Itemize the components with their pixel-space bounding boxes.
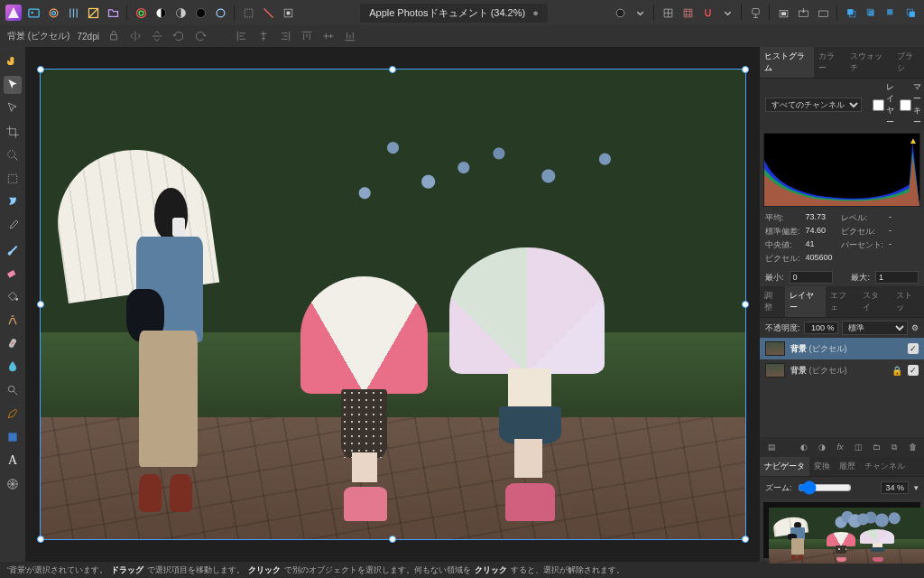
- pen-tool-icon[interactable]: [4, 405, 22, 423]
- refine-icon[interactable]: [280, 5, 296, 21]
- align-bottom-icon[interactable]: [343, 29, 357, 43]
- tab-histogram[interactable]: ヒストグラム: [760, 47, 814, 78]
- color-wheel-icon[interactable]: [192, 5, 208, 21]
- histogram-channel-select[interactable]: すべてのチャンネル: [765, 98, 862, 112]
- shape-tool-icon[interactable]: [4, 428, 22, 446]
- arrange-backward-icon[interactable]: [882, 5, 899, 21]
- clone-tool-icon[interactable]: [4, 311, 22, 329]
- view-tool-icon[interactable]: [4, 99, 22, 117]
- rotate-cw-icon[interactable]: [193, 29, 208, 43]
- hist-min-input[interactable]: [790, 271, 833, 284]
- assistant-icon[interactable]: [747, 5, 763, 21]
- levels-icon[interactable]: [133, 5, 149, 21]
- chevron-down-icon[interactable]: [632, 5, 648, 21]
- merge-icon[interactable]: ⧉: [888, 441, 901, 453]
- crop-overlay-icon[interactable]: [260, 5, 276, 21]
- layer-options-icon[interactable]: ⚙: [911, 323, 919, 332]
- blur-tool-icon[interactable]: [4, 358, 22, 376]
- zoom-menu-icon[interactable]: ▾: [914, 483, 919, 492]
- tab-channel[interactable]: チャンネル: [860, 457, 910, 476]
- snap-icon[interactable]: [699, 5, 716, 21]
- tab-adjust[interactable]: 調整: [760, 286, 785, 317]
- lock-children-icon[interactable]: [775, 5, 791, 21]
- align-right-icon[interactable]: [278, 29, 292, 43]
- foreground-color-icon[interactable]: [4, 475, 22, 493]
- align-top-icon[interactable]: [300, 29, 314, 43]
- navigator-preview[interactable]: [763, 502, 920, 558]
- layer-visible-checkbox[interactable]: ✓: [908, 343, 919, 354]
- erase-tool-icon[interactable]: [4, 264, 22, 282]
- lock-icon[interactable]: 🔒: [892, 366, 902, 376]
- photo-persona-icon[interactable]: [25, 5, 42, 21]
- color-picker-icon[interactable]: [4, 217, 22, 235]
- fx-icon[interactable]: fx: [834, 441, 846, 453]
- tab-swatch[interactable]: スウォッチ: [845, 47, 892, 78]
- arrange-back-icon[interactable]: [902, 5, 919, 21]
- marquee-tool-icon[interactable]: [4, 170, 22, 188]
- layer-row[interactable]: 背景 (ピクセル) ✓: [760, 338, 924, 359]
- tab-stock[interactable]: ストッ: [892, 286, 924, 317]
- trash-icon[interactable]: 🗑: [906, 441, 919, 453]
- lock-aspect-icon[interactable]: [106, 29, 121, 43]
- hand-tool-icon[interactable]: [4, 52, 22, 70]
- document-title-text: Apple Photosドキュメント (34.2%): [369, 6, 525, 20]
- tab-brush[interactable]: ブラシ: [892, 47, 924, 78]
- zoom-value[interactable]: 34 %: [881, 481, 909, 494]
- tab-transform[interactable]: 変換: [809, 457, 835, 476]
- tab-effects[interactable]: エフェ: [826, 286, 858, 317]
- adjustment-layer-icon[interactable]: ◑: [816, 441, 828, 453]
- marquee-icon[interactable]: [240, 5, 256, 21]
- export-persona-icon[interactable]: [105, 5, 121, 21]
- document-title[interactable]: Apple Photosドキュメント (34.2%) ●: [360, 4, 548, 23]
- develop-persona-icon[interactable]: [65, 5, 81, 21]
- fill-tool-icon[interactable]: [4, 287, 22, 305]
- tab-styles[interactable]: スタイ: [858, 286, 891, 317]
- adjustment-icon[interactable]: [212, 5, 228, 21]
- text-tool-icon[interactable]: A: [4, 452, 22, 470]
- dodge-tool-icon[interactable]: [4, 381, 22, 399]
- align-left-icon[interactable]: [235, 29, 249, 43]
- healing-brush-icon[interactable]: [4, 334, 22, 352]
- grid-icon[interactable]: [660, 5, 676, 21]
- rotate-ccw-icon[interactable]: [171, 29, 186, 43]
- histogram-layer-toggle[interactable]: レイヤー: [873, 81, 894, 128]
- quickmask-icon[interactable]: [612, 5, 628, 21]
- arrange-forward-icon[interactable]: [863, 5, 879, 21]
- flip-h-icon[interactable]: [128, 29, 143, 43]
- insert-behind-icon[interactable]: [815, 5, 831, 21]
- tone-map-persona-icon[interactable]: [85, 5, 101, 21]
- pixel-grid-icon[interactable]: [679, 5, 696, 21]
- layer-stack-icon[interactable]: ▤: [765, 441, 778, 453]
- snap-menu-icon[interactable]: [719, 5, 735, 21]
- tab-navigator[interactable]: ナビゲータ: [760, 457, 809, 476]
- arrange-front-icon[interactable]: [843, 5, 859, 21]
- align-hcenter-icon[interactable]: [256, 29, 271, 43]
- layer-visible-checkbox[interactable]: ✓: [908, 365, 919, 376]
- move-tool-icon[interactable]: [4, 76, 22, 94]
- canvas-area[interactable]: [25, 47, 760, 562]
- hist-max-label: 最大:: [851, 272, 870, 284]
- mask-icon[interactable]: ◐: [798, 441, 810, 453]
- liquify-persona-icon[interactable]: [45, 5, 61, 21]
- crop-tool-icon[interactable]: [4, 123, 22, 141]
- histogram-marquee-toggle[interactable]: マーキー: [900, 81, 921, 128]
- tab-color[interactable]: カラー: [814, 47, 845, 78]
- selection-brush-icon[interactable]: [4, 146, 22, 164]
- flood-select-icon[interactable]: [4, 193, 22, 211]
- blend-mode-select[interactable]: 標準: [842, 321, 908, 335]
- insert-inside-icon[interactable]: [795, 5, 811, 21]
- paint-brush-icon[interactable]: [4, 240, 22, 258]
- curves-icon[interactable]: [152, 5, 169, 21]
- canvas[interactable]: [40, 69, 746, 540]
- hist-max-input[interactable]: [875, 271, 919, 284]
- tab-history[interactable]: 履歴: [835, 457, 860, 476]
- flip-v-icon[interactable]: [150, 29, 164, 43]
- opacity-input[interactable]: [804, 322, 838, 334]
- layer-row[interactable]: 背景 (ピクセル) 🔒 ✓: [760, 359, 924, 381]
- crop-layer-icon[interactable]: ◫: [852, 441, 864, 453]
- align-vcenter-icon[interactable]: [321, 29, 336, 43]
- tab-layers[interactable]: レイヤー: [785, 286, 826, 317]
- zoom-slider[interactable]: [798, 480, 852, 495]
- bw-icon[interactable]: [172, 5, 189, 21]
- folder-icon[interactable]: 🗀: [870, 441, 882, 453]
